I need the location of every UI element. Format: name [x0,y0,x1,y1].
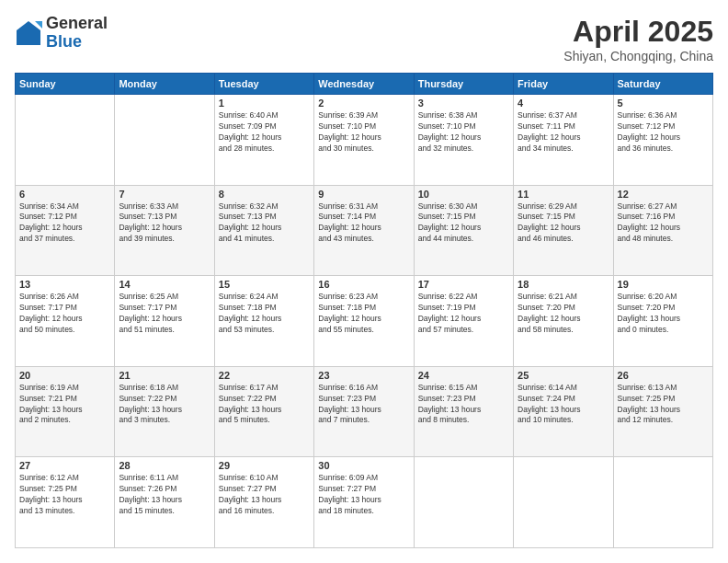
day-number: 12 [618,189,709,200]
col-monday: Monday [115,74,214,95]
calendar-cell-w5-d3: 30Sunrise: 6:09 AM Sunset: 7:27 PM Dayli… [314,457,414,548]
day-info: Sunrise: 6:20 AM Sunset: 7:20 PM Dayligh… [618,292,709,336]
col-sunday: Sunday [16,74,115,95]
day-number: 14 [119,279,210,290]
calendar-cell-w2-d1: 7Sunrise: 6:33 AM Sunset: 7:13 PM Daylig… [115,185,214,276]
calendar-cell-w5-d6 [613,457,712,548]
day-info: Sunrise: 6:13 AM Sunset: 7:25 PM Dayligh… [618,383,709,427]
logo-text: General Blue [46,15,108,52]
day-number: 13 [19,279,110,290]
day-info: Sunrise: 6:12 AM Sunset: 7:25 PM Dayligh… [19,473,110,517]
calendar-week-4: 20Sunrise: 6:19 AM Sunset: 7:21 PM Dayli… [16,366,713,457]
day-number: 5 [618,98,709,109]
day-info: Sunrise: 6:19 AM Sunset: 7:21 PM Dayligh… [19,383,110,427]
logo-blue: Blue [46,33,108,52]
day-number: 29 [219,460,310,471]
calendar-cell-w1-d0 [16,95,115,186]
day-info: Sunrise: 6:32 AM Sunset: 7:13 PM Dayligh… [219,201,310,246]
day-info: Sunrise: 6:17 AM Sunset: 7:22 PM Dayligh… [219,383,310,427]
calendar-cell-w4-d4: 24Sunrise: 6:15 AM Sunset: 7:23 PM Dayli… [414,366,513,457]
day-info: Sunrise: 6:39 AM Sunset: 7:10 PM Dayligh… [318,110,409,155]
day-number: 18 [518,279,609,290]
svg-marker-0 [17,21,40,45]
calendar-cell-w3-d5: 18Sunrise: 6:21 AM Sunset: 7:20 PM Dayli… [514,276,613,367]
day-number: 19 [618,279,709,290]
calendar-cell-w2-d4: 10Sunrise: 6:30 AM Sunset: 7:15 PM Dayli… [414,185,513,276]
calendar-cell-w1-d1 [115,95,214,186]
calendar-cell-w5-d0: 27Sunrise: 6:12 AM Sunset: 7:25 PM Dayli… [16,457,115,548]
day-number: 23 [318,370,409,381]
day-info: Sunrise: 6:15 AM Sunset: 7:23 PM Dayligh… [418,383,509,427]
day-info: Sunrise: 6:10 AM Sunset: 7:27 PM Dayligh… [219,473,310,517]
day-number: 24 [418,370,509,381]
calendar-cell-w3-d0: 13Sunrise: 6:26 AM Sunset: 7:17 PM Dayli… [16,276,115,367]
month-title: April 2025 [563,15,713,49]
day-number: 9 [318,189,409,200]
day-number: 11 [518,189,609,200]
day-info: Sunrise: 6:25 AM Sunset: 7:17 PM Dayligh… [119,292,210,336]
day-info: Sunrise: 6:14 AM Sunset: 7:24 PM Dayligh… [518,383,609,427]
page: General Blue April 2025 Shiyan, Chongqin… [0,0,728,563]
calendar-week-2: 6Sunrise: 6:34 AM Sunset: 7:12 PM Daylig… [16,185,713,276]
calendar-table: Sunday Monday Tuesday Wednesday Thursday… [15,73,713,548]
col-saturday: Saturday [613,74,712,95]
day-number: 20 [19,370,110,381]
day-info: Sunrise: 6:22 AM Sunset: 7:19 PM Dayligh… [418,292,509,336]
calendar-cell-w2-d5: 11Sunrise: 6:29 AM Sunset: 7:15 PM Dayli… [514,185,613,276]
day-info: Sunrise: 6:24 AM Sunset: 7:18 PM Dayligh… [219,292,310,336]
calendar-week-1: 1Sunrise: 6:40 AM Sunset: 7:09 PM Daylig… [16,95,713,186]
calendar-cell-w1-d6: 5Sunrise: 6:36 AM Sunset: 7:12 PM Daylig… [613,95,712,186]
location-subtitle: Shiyan, Chongqing, China [563,49,713,63]
calendar-cell-w4-d0: 20Sunrise: 6:19 AM Sunset: 7:21 PM Dayli… [16,366,115,457]
day-number: 6 [19,189,110,200]
day-info: Sunrise: 6:33 AM Sunset: 7:13 PM Dayligh… [119,201,210,246]
day-info: Sunrise: 6:29 AM Sunset: 7:15 PM Dayligh… [518,201,609,246]
day-info: Sunrise: 6:26 AM Sunset: 7:17 PM Dayligh… [19,292,110,336]
calendar-cell-w3-d1: 14Sunrise: 6:25 AM Sunset: 7:17 PM Dayli… [115,276,214,367]
day-number: 25 [518,370,609,381]
day-number: 3 [418,98,509,109]
day-number: 22 [219,370,310,381]
day-number: 28 [119,460,210,471]
day-info: Sunrise: 6:27 AM Sunset: 7:16 PM Dayligh… [618,201,709,246]
calendar-week-5: 27Sunrise: 6:12 AM Sunset: 7:25 PM Dayli… [16,457,713,548]
col-tuesday: Tuesday [214,74,313,95]
logo: General Blue [15,15,108,52]
logo-general: General [46,15,108,33]
day-info: Sunrise: 6:40 AM Sunset: 7:09 PM Dayligh… [219,110,310,155]
calendar-cell-w2-d0: 6Sunrise: 6:34 AM Sunset: 7:12 PM Daylig… [16,185,115,276]
col-friday: Friday [514,74,613,95]
calendar-cell-w1-d5: 4Sunrise: 6:37 AM Sunset: 7:11 PM Daylig… [514,95,613,186]
day-info: Sunrise: 6:18 AM Sunset: 7:22 PM Dayligh… [119,383,210,427]
calendar-cell-w4-d3: 23Sunrise: 6:16 AM Sunset: 7:23 PM Dayli… [314,366,414,457]
calendar-cell-w2-d2: 8Sunrise: 6:32 AM Sunset: 7:13 PM Daylig… [214,185,313,276]
calendar-cell-w5-d1: 28Sunrise: 6:11 AM Sunset: 7:26 PM Dayli… [115,457,214,548]
calendar-cell-w3-d6: 19Sunrise: 6:20 AM Sunset: 7:20 PM Dayli… [613,276,712,367]
day-number: 16 [318,279,409,290]
day-info: Sunrise: 6:31 AM Sunset: 7:14 PM Dayligh… [318,201,409,246]
calendar-cell-w3-d2: 15Sunrise: 6:24 AM Sunset: 7:18 PM Dayli… [214,276,313,367]
day-number: 27 [19,460,110,471]
logo-icon [15,19,42,47]
calendar-cell-w4-d5: 25Sunrise: 6:14 AM Sunset: 7:24 PM Dayli… [514,366,613,457]
day-info: Sunrise: 6:38 AM Sunset: 7:10 PM Dayligh… [418,110,509,155]
calendar-cell-w5-d4 [414,457,513,548]
title-section: April 2025 Shiyan, Chongqing, China [563,15,713,63]
header: General Blue April 2025 Shiyan, Chongqin… [15,15,713,63]
day-info: Sunrise: 6:21 AM Sunset: 7:20 PM Dayligh… [518,292,609,336]
day-info: Sunrise: 6:09 AM Sunset: 7:27 PM Dayligh… [318,473,409,517]
day-info: Sunrise: 6:30 AM Sunset: 7:15 PM Dayligh… [418,201,509,246]
calendar-cell-w5-d5 [514,457,613,548]
calendar-cell-w3-d4: 17Sunrise: 6:22 AM Sunset: 7:19 PM Dayli… [414,276,513,367]
day-number: 10 [418,189,509,200]
day-number: 2 [318,98,409,109]
day-info: Sunrise: 6:36 AM Sunset: 7:12 PM Dayligh… [618,110,709,155]
day-info: Sunrise: 6:16 AM Sunset: 7:23 PM Dayligh… [318,383,409,427]
day-number: 21 [119,370,210,381]
calendar-cell-w4-d6: 26Sunrise: 6:13 AM Sunset: 7:25 PM Dayli… [613,366,712,457]
day-number: 7 [119,189,210,200]
day-info: Sunrise: 6:37 AM Sunset: 7:11 PM Dayligh… [518,110,609,155]
day-number: 26 [618,370,709,381]
day-number: 17 [418,279,509,290]
calendar-cell-w2-d6: 12Sunrise: 6:27 AM Sunset: 7:16 PM Dayli… [613,185,712,276]
